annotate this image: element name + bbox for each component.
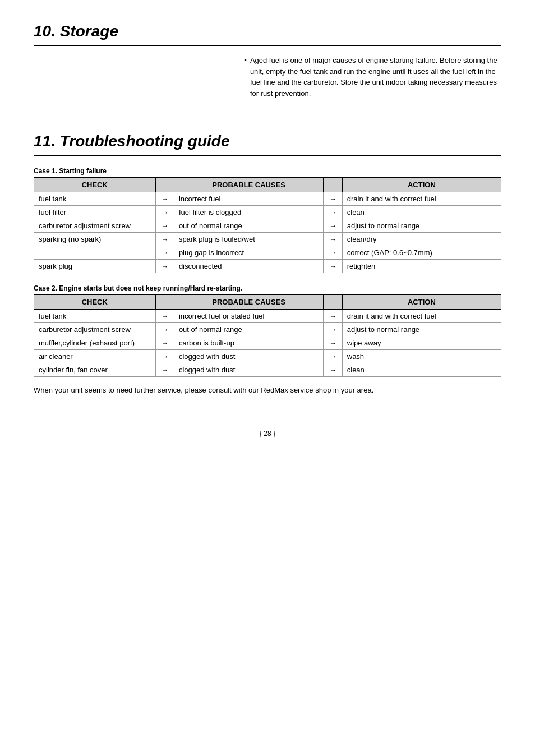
table-row: air cleaner→clogged with dust→wash — [34, 350, 501, 363]
arrow-icon: → — [324, 246, 342, 260]
arrow-icon: → — [155, 233, 174, 246]
arrow-icon: → — [155, 350, 174, 363]
cell-cause: out of normal range — [174, 323, 324, 336]
cell-cause: clogged with dust — [174, 350, 324, 363]
arrow-icon: → — [324, 192, 342, 206]
table-row: carburetor adjustment screw→out of norma… — [34, 323, 501, 336]
table-row: muffler,cylinder (exhaust port)→carbon i… — [34, 336, 501, 350]
cell-action: adjust to normal range — [342, 219, 501, 233]
arrow-icon: → — [155, 206, 174, 219]
cell-check: fuel filter — [34, 206, 156, 219]
cell-action: clean — [342, 206, 501, 219]
table-row: carburetor adjustment screw→out of norma… — [34, 219, 501, 233]
case2-header-action: ACTION — [342, 295, 501, 310]
cell-cause: disconnected — [174, 260, 324, 273]
cell-check: muffler,cylinder (exhaust port) — [34, 336, 156, 350]
troubleshooting-divider — [34, 155, 501, 156]
case1-table: CHECK PROBABLE CAUSES ACTION fuel tank→i… — [34, 177, 501, 273]
cell-check: sparking (no spark) — [34, 233, 156, 246]
arrow-icon: → — [324, 323, 342, 336]
arrow-icon: → — [324, 310, 342, 323]
case2-header-arrow2 — [324, 295, 342, 310]
arrow-icon: → — [155, 246, 174, 260]
storage-text: • Aged fuel is one of major causes of en… — [244, 55, 501, 99]
table-row: fuel tank→incorrect fuel or staled fuel→… — [34, 310, 501, 323]
cell-action: wipe away — [342, 336, 501, 350]
cell-cause: out of normal range — [174, 219, 324, 233]
cell-action: retighten — [342, 260, 501, 273]
case1-header-arrow2 — [324, 178, 342, 192]
arrow-icon: → — [324, 350, 342, 363]
case2-table: CHECK PROBABLE CAUSES ACTION fuel tank→i… — [34, 294, 501, 377]
arrow-icon: → — [324, 219, 342, 233]
cell-check: fuel tank — [34, 192, 156, 206]
arrow-icon: → — [155, 219, 174, 233]
table-row: fuel filter→fuel filter is clogged→clean — [34, 206, 501, 219]
cell-action: drain it and with correct fuel — [342, 192, 501, 206]
arrow-icon: → — [155, 323, 174, 336]
cell-check — [34, 246, 156, 260]
cell-action: wash — [342, 350, 501, 363]
cell-action: clean/dry — [342, 233, 501, 246]
storage-paragraph: Aged fuel is one of major causes of engi… — [250, 55, 501, 99]
cell-cause: plug gap is incorrect — [174, 246, 324, 260]
arrow-icon: → — [155, 192, 174, 206]
case1-header-causes: PROBABLE CAUSES — [174, 178, 324, 192]
arrow-icon: → — [324, 336, 342, 350]
page-number: { 28 } — [34, 430, 501, 437]
arrow-icon: → — [155, 363, 174, 377]
cell-cause: incorrect fuel — [174, 192, 324, 206]
cell-check: fuel tank — [34, 310, 156, 323]
footer-note: When your unit seems to need further ser… — [34, 385, 501, 396]
cell-action: adjust to normal range — [342, 323, 501, 336]
case1-title: Case 1. Starting failure — [34, 167, 501, 175]
arrow-icon: → — [324, 206, 342, 219]
case1-header-arrow1 — [155, 178, 174, 192]
cell-check: carburetor adjustment screw — [34, 323, 156, 336]
storage-section: 10. Storage • Aged fuel is one of major … — [34, 22, 501, 99]
cell-cause: spark plug is fouled/wet — [174, 233, 324, 246]
storage-content: • Aged fuel is one of major causes of en… — [34, 55, 501, 99]
table-row: cylinder fin, fan cover→clogged with dus… — [34, 363, 501, 377]
cell-cause: clogged with dust — [174, 363, 324, 377]
case2-title: Case 2. Engine starts but does not keep … — [34, 284, 501, 292]
storage-title: 10. Storage — [34, 22, 501, 40]
table-row: fuel tank→incorrect fuel→drain it and wi… — [34, 192, 501, 206]
storage-bullet: • Aged fuel is one of major causes of en… — [244, 55, 501, 99]
arrow-icon: → — [324, 363, 342, 377]
troubleshooting-title: 11. Troubleshooting guide — [34, 132, 501, 150]
arrow-icon: → — [324, 233, 342, 246]
case1-header-action: ACTION — [342, 178, 501, 192]
bullet-dot: • — [244, 55, 247, 99]
table-row: →plug gap is incorrect→correct (GAP: 0.6… — [34, 246, 501, 260]
cell-check: cylinder fin, fan cover — [34, 363, 156, 377]
arrow-icon: → — [155, 260, 174, 273]
case2-header-arrow1 — [155, 295, 174, 310]
table-row: sparking (no spark)→spark plug is fouled… — [34, 233, 501, 246]
arrow-icon: → — [324, 260, 342, 273]
troubleshooting-section: 11. Troubleshooting guide Case 1. Starti… — [34, 132, 501, 396]
cell-check: spark plug — [34, 260, 156, 273]
cell-cause: fuel filter is clogged — [174, 206, 324, 219]
arrow-icon: → — [155, 310, 174, 323]
table-row: spark plug→disconnected→retighten — [34, 260, 501, 273]
case2-header-check: CHECK — [34, 295, 156, 310]
storage-divider — [34, 45, 501, 46]
cell-cause: carbon is built-up — [174, 336, 324, 350]
cell-action: correct (GAP: 0.6~0.7mm) — [342, 246, 501, 260]
cell-cause: incorrect fuel or staled fuel — [174, 310, 324, 323]
cell-check: air cleaner — [34, 350, 156, 363]
cell-action: clean — [342, 363, 501, 377]
cell-action: drain it and with correct fuel — [342, 310, 501, 323]
case2-header-causes: PROBABLE CAUSES — [174, 295, 324, 310]
case1-header-check: CHECK — [34, 178, 156, 192]
cell-check: carburetor adjustment screw — [34, 219, 156, 233]
arrow-icon: → — [155, 336, 174, 350]
